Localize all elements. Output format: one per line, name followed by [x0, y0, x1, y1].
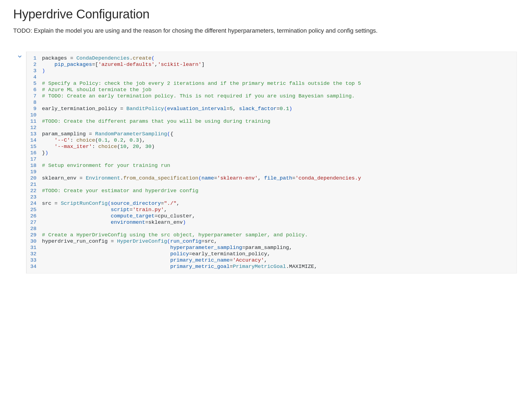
- code-line[interactable]: 27 environment=sklearn_env): [27, 219, 517, 226]
- markdown-cell: Hyperdrive Configuration TODO: Explain t…: [13, 7, 517, 35]
- code-line[interactable]: 25 script='train.py',: [27, 207, 517, 213]
- code-line[interactable]: 21: [27, 181, 517, 188]
- code-line[interactable]: 24src = ScriptRunConfig(source_directory…: [27, 200, 517, 207]
- code-cell: 1packages = CondaDependencies.create(2 p…: [13, 52, 517, 273]
- code-line[interactable]: 6# Azure ML should terminate the job: [27, 87, 517, 93]
- code-content[interactable]: compute_target=cpu_cluster,: [42, 213, 195, 219]
- code-content[interactable]: # TODO: Create an early termination poli…: [42, 93, 355, 99]
- line-number: 30: [27, 238, 42, 245]
- line-number: 17: [27, 156, 42, 163]
- line-number: 18: [27, 163, 42, 169]
- line-number: 27: [27, 219, 42, 226]
- code-content[interactable]: hyperdrive_run_config = HyperDriveConfig…: [42, 238, 217, 245]
- code-line[interactable]: 8: [27, 99, 517, 106]
- code-line[interactable]: 18# Setup environment for your training …: [27, 163, 517, 169]
- code-line[interactable]: 4: [27, 74, 517, 80]
- code-line[interactable]: 22#TODO: Create your estimator and hyper…: [27, 188, 517, 194]
- line-number: 31: [27, 245, 42, 251]
- code-content[interactable]: pip_packages=['azureml-defaults','scikit…: [42, 61, 205, 68]
- line-number: 8: [27, 99, 42, 106]
- code-line[interactable]: 7# TODO: Create an early termination pol…: [27, 93, 517, 99]
- code-line[interactable]: 16}): [27, 150, 517, 156]
- line-number: 1: [27, 55, 42, 61]
- code-content[interactable]: primary_metric_name='Accuracy',: [42, 257, 267, 264]
- line-number: 9: [27, 106, 42, 112]
- code-content[interactable]: # Create a HyperDriveConfig using the sr…: [42, 232, 308, 238]
- code-content[interactable]: early_termination_policy = BanditPolicy(…: [42, 106, 292, 112]
- code-content[interactable]: '--max_iter': choice(10, 20, 30): [42, 144, 155, 150]
- code-line[interactable]: 10: [27, 112, 517, 118]
- line-number: 19: [27, 169, 42, 175]
- code-line[interactable]: 2 pip_packages=['azureml-defaults','scik…: [27, 61, 517, 68]
- code-line[interactable]: 28: [27, 226, 517, 232]
- line-number: 10: [27, 112, 42, 118]
- code-content[interactable]: environment=sklearn_env): [42, 219, 186, 226]
- code-line[interactable]: 30hyperdrive_run_config = HyperDriveConf…: [27, 238, 517, 245]
- line-number: 25: [27, 207, 42, 213]
- code-content[interactable]: ): [42, 68, 45, 74]
- code-content[interactable]: src = ScriptRunConfig(source_directory="…: [42, 200, 180, 207]
- code-line[interactable]: 14 '--C': choice(0.1, 0.2, 0.3),: [27, 137, 517, 144]
- line-number: 15: [27, 144, 42, 150]
- line-number: 33: [27, 257, 42, 264]
- line-number: 11: [27, 118, 42, 125]
- code-content[interactable]: }): [42, 150, 48, 156]
- code-line[interactable]: 29# Create a HyperDriveConfig using the …: [27, 232, 517, 238]
- line-number: 14: [27, 137, 42, 144]
- code-line[interactable]: 33 primary_metric_name='Accuracy',: [27, 257, 517, 264]
- code-line[interactable]: 20sklearn_env = Environment.from_conda_s…: [27, 175, 517, 181]
- code-content[interactable]: # Specify a Policy: check the job every …: [42, 80, 361, 87]
- line-number: 6: [27, 87, 42, 93]
- notebook-page: Hyperdrive Configuration TODO: Explain t…: [0, 0, 530, 273]
- code-content[interactable]: # Azure ML should terminate the job: [42, 87, 151, 93]
- code-content[interactable]: param_sampling = RandomParameterSampling…: [42, 131, 173, 137]
- code-line[interactable]: 3): [27, 68, 517, 74]
- markdown-heading: Hyperdrive Configuration: [13, 7, 517, 21]
- code-line[interactable]: 19: [27, 169, 517, 175]
- code-line[interactable]: 9early_termination_policy = BanditPolicy…: [27, 106, 517, 112]
- code-content[interactable]: #TODO: Create your estimator and hyperdr…: [42, 188, 198, 194]
- code-content[interactable]: policy=early_termination_policy,: [42, 251, 270, 257]
- code-line[interactable]: 23: [27, 194, 517, 200]
- line-number: 32: [27, 251, 42, 257]
- line-number: 4: [27, 74, 42, 80]
- line-number: 29: [27, 232, 42, 238]
- code-line[interactable]: 34 primary_metric_goal=PrimaryMetricGoal…: [27, 264, 517, 270]
- line-number: 16: [27, 150, 42, 156]
- code-content[interactable]: #TODO: Create the different params that …: [42, 118, 270, 125]
- code-content[interactable]: hyperparameter_sampling=param_sampling,: [42, 245, 292, 251]
- code-content[interactable]: packages = CondaDependencies.create(: [42, 55, 155, 61]
- chevron-down-icon[interactable]: [17, 54, 22, 273]
- code-content[interactable]: sklearn_env = Environment.from_conda_spe…: [42, 175, 361, 181]
- code-line[interactable]: 26 compute_target=cpu_cluster,: [27, 213, 517, 219]
- code-content[interactable]: # Setup environment for your training ru…: [42, 163, 170, 169]
- line-number: 20: [27, 175, 42, 181]
- line-number: 26: [27, 213, 42, 219]
- line-number: 34: [27, 264, 42, 270]
- code-line[interactable]: 11#TODO: Create the different params tha…: [27, 118, 517, 125]
- line-number: 7: [27, 93, 42, 99]
- code-line[interactable]: 17: [27, 156, 517, 163]
- cell-gutter: [13, 52, 26, 273]
- code-content[interactable]: '--C': choice(0.1, 0.2, 0.3),: [42, 137, 145, 144]
- line-number: 12: [27, 125, 42, 131]
- line-number: 22: [27, 188, 42, 194]
- code-line[interactable]: 15 '--max_iter': choice(10, 20, 30): [27, 144, 517, 150]
- line-number: 13: [27, 131, 42, 137]
- line-number: 2: [27, 61, 42, 68]
- line-number: 3: [27, 68, 42, 74]
- line-number: 5: [27, 80, 42, 87]
- line-number: 24: [27, 200, 42, 207]
- code-line[interactable]: 5# Specify a Policy: check the job every…: [27, 80, 517, 87]
- code-content[interactable]: script='train.py',: [42, 207, 167, 213]
- code-line[interactable]: 13param_sampling = RandomParameterSampli…: [27, 131, 517, 137]
- markdown-body: TODO: Explain the model you are using an…: [13, 26, 517, 35]
- code-line[interactable]: 1packages = CondaDependencies.create(: [27, 55, 517, 61]
- code-line[interactable]: 12: [27, 125, 517, 131]
- code-line[interactable]: 31 hyperparameter_sampling=param_samplin…: [27, 245, 517, 251]
- code-editor[interactable]: 1packages = CondaDependencies.create(2 p…: [26, 52, 517, 273]
- code-line[interactable]: 32 policy=early_termination_policy,: [27, 251, 517, 257]
- line-number: 28: [27, 226, 42, 232]
- line-number: 23: [27, 194, 42, 200]
- code-content[interactable]: primary_metric_goal=PrimaryMetricGoal.MA…: [42, 264, 317, 270]
